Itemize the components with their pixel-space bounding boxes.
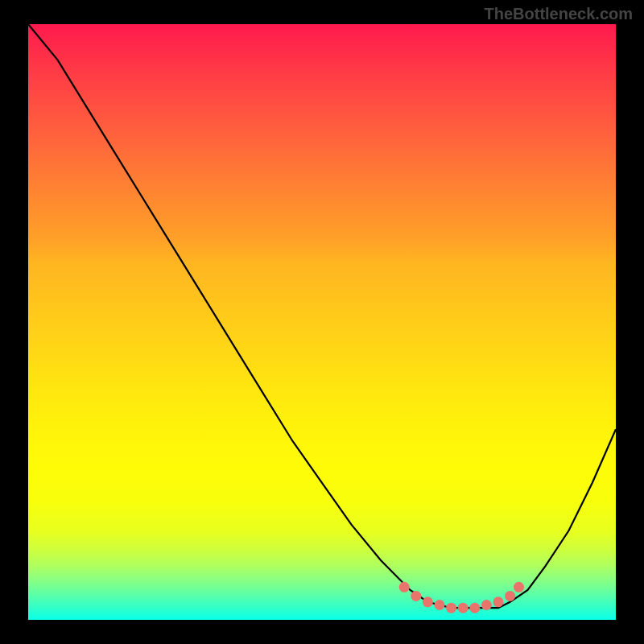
chart-gradient-background — [28, 24, 616, 620]
watermark-text: TheBottleneck.com — [485, 5, 633, 23]
